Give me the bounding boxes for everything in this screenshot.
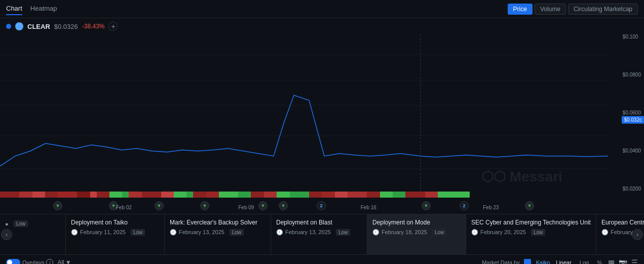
- all-label: All: [57, 259, 64, 265]
- events-row: ▼ ▼ ▼ ▼ ▼ ▼ 2 ▼ 2 ▼ Feb 02 Feb 09 Feb 16…: [0, 198, 644, 214]
- clock-icon-3: 🕘: [276, 229, 283, 236]
- event-marker-6[interactable]: ▼: [279, 201, 288, 210]
- price-chart: ⬡⬡ Messari: [0, 34, 644, 192]
- symbol-name: CLEAR: [27, 23, 50, 30]
- settings-icon[interactable]: ☰: [631, 258, 638, 265]
- symbol-price: $0.0326: [54, 23, 78, 30]
- view-buttons: Price Volume Circulating Marketcap: [508, 4, 638, 15]
- news-title-6: European Central Bank States Intentions …: [601, 218, 644, 227]
- news-sentiment-5: Low: [531, 229, 545, 236]
- symbol-change: -38.43%: [82, 23, 105, 30]
- event-marker-7[interactable]: ▼: [422, 201, 431, 210]
- news-section: ‹ ● Low Deployment on Taiko 🕘 February 1…: [0, 214, 644, 254]
- sentiment-icon-0: ●: [5, 221, 9, 227]
- clock-icon-4: 🕘: [372, 229, 380, 236]
- volume-button[interactable]: Volume: [535, 4, 566, 15]
- event-icon-3: ▼: [155, 201, 164, 210]
- news-scroll-right[interactable]: ›: [632, 229, 643, 240]
- current-price-tag: $0.032c: [622, 116, 644, 124]
- event-icon-4: ▼: [200, 201, 209, 210]
- x-label-feb02: Feb 02: [116, 205, 132, 210]
- clock-icon-2: 🕘: [170, 229, 177, 236]
- news-date-text-1: February 11, 2025: [80, 229, 126, 235]
- event-marker-3[interactable]: ▼: [155, 201, 164, 210]
- overlays-label: Overlays: [22, 259, 44, 265]
- news-title-5: SEC Cyber and Emerging Technologies Unit: [471, 218, 591, 227]
- event-icon-1: ▼: [53, 201, 62, 210]
- event-marker-4[interactable]: ▼: [200, 201, 209, 210]
- clock-icon-1: 🕘: [71, 229, 78, 236]
- overlays-toggle[interactable]: Overlays i: [6, 259, 53, 265]
- header: Chart Heatmap Price Volume Circulating M…: [0, 0, 644, 18]
- news-date-3: 🕘 February 13, 2025 Low: [276, 229, 362, 236]
- event-count-2: 2: [460, 201, 469, 210]
- kaiko-icon: [524, 258, 532, 264]
- event-marker-8[interactable]: ▼: [525, 201, 534, 210]
- x-label-feb09: Feb 09: [238, 205, 254, 210]
- marketcap-button[interactable]: Circulating Marketcap: [568, 4, 638, 15]
- screenshot-icon[interactable]: 📷: [619, 258, 627, 265]
- chevron-down-icon: ▼: [65, 259, 71, 265]
- news-card-5[interactable]: SEC Cyber and Emerging Technologies Unit…: [466, 214, 596, 254]
- news-date-text-3: February 13, 2025: [285, 229, 331, 235]
- chart-area: ⬡⬡ Messari $0.100 $0.0800 $0.0600 $0.040…: [0, 34, 644, 192]
- news-date-4: 🕘 February 18, 2025 Low: [372, 229, 461, 236]
- event-marker-count-2[interactable]: 2: [460, 201, 469, 210]
- footer-left: Overlays i All ▼: [6, 259, 71, 265]
- event-icon-5: ▼: [258, 201, 268, 210]
- clock-icon-5: 🕘: [471, 229, 478, 236]
- news-sentiment-1: Low: [131, 229, 145, 236]
- market-data-label: Market Data by: [482, 259, 520, 265]
- news-card-2[interactable]: Mark: Everclear's Backup Solver 🕘 Februa…: [165, 214, 271, 254]
- news-date-text-5: February 20, 2025: [480, 229, 526, 235]
- overlays-info-icon[interactable]: i: [46, 259, 53, 265]
- news-date-0: ● Low: [5, 220, 60, 227]
- event-icon-6: ▼: [279, 201, 288, 210]
- symbol-bar: CLEAR $0.0326 -38.43% +: [0, 18, 644, 34]
- news-date-text-4: February 18, 2025: [382, 229, 427, 235]
- x-label-feb23: Feb 23: [483, 205, 499, 210]
- event-marker-count-1[interactable]: 2: [317, 201, 326, 210]
- tabs: Chart Heatmap: [6, 3, 57, 15]
- percent-scale-button[interactable]: %: [595, 258, 604, 265]
- heatmap-bar: [0, 192, 644, 198]
- kaiko-link[interactable]: Kaiko: [536, 259, 550, 265]
- symbol-color-dot: [6, 24, 11, 29]
- news-card-4[interactable]: Deployment on Mode 🕘 February 18, 2025 L…: [367, 214, 466, 254]
- event-marker-5[interactable]: ▼: [258, 201, 268, 210]
- news-title-4: Deployment on Mode: [372, 218, 461, 227]
- footer: Overlays i All ▼ Market Data by Kaiko Li…: [0, 254, 644, 264]
- news-date-5: 🕘 February 20, 2025 Low: [471, 229, 591, 236]
- chart-type-icon[interactable]: ▦: [608, 258, 615, 265]
- news-card-3[interactable]: Deployment on Blast 🕘 February 13, 2025 …: [271, 214, 367, 254]
- all-filter-button[interactable]: All ▼: [57, 259, 71, 265]
- news-sentiment-2: Low: [230, 229, 244, 236]
- news-date-text-2: February 13, 2025: [179, 229, 224, 235]
- footer-right: Market Data by Kaiko Linear Log % ▦ 📷 ☰: [482, 258, 638, 265]
- news-date-2: 🕘 February 13, 2025 Low: [170, 229, 266, 236]
- news-card-1[interactable]: Deployment on Taiko 🕘 February 11, 2025 …: [66, 214, 165, 254]
- event-icon-7: ▼: [422, 201, 431, 210]
- log-scale-button[interactable]: Log: [578, 258, 591, 265]
- clock-icon-6: 🕘: [601, 229, 609, 236]
- news-title-1: Deployment on Taiko: [71, 218, 159, 227]
- toggle-switch[interactable]: [6, 259, 20, 265]
- news-sentiment-3: Low: [336, 229, 350, 236]
- event-marker-1[interactable]: ▼: [53, 201, 62, 210]
- news-sentiment-4: Low: [432, 229, 446, 236]
- price-button[interactable]: Price: [508, 4, 533, 15]
- tab-chart[interactable]: Chart: [6, 3, 22, 15]
- x-label-feb16: Feb 16: [361, 205, 376, 210]
- svg-text:⬡⬡ Messari: ⬡⬡ Messari: [481, 169, 562, 184]
- event-icon-8: ▼: [525, 201, 534, 210]
- news-scroll-left[interactable]: ‹: [1, 229, 12, 240]
- linear-scale-button[interactable]: Linear: [554, 258, 574, 265]
- news-sentiment-0: Low: [14, 220, 28, 227]
- news-title-2: Mark: Everclear's Backup Solver: [170, 218, 266, 227]
- add-symbol-button[interactable]: +: [108, 22, 118, 31]
- news-title-3: Deployment on Blast: [276, 218, 362, 227]
- tab-heatmap[interactable]: Heatmap: [30, 3, 57, 15]
- symbol-icon: [15, 22, 23, 30]
- news-date-1: 🕘 February 11, 2025 Low: [71, 229, 159, 236]
- event-count-1: 2: [317, 201, 326, 210]
